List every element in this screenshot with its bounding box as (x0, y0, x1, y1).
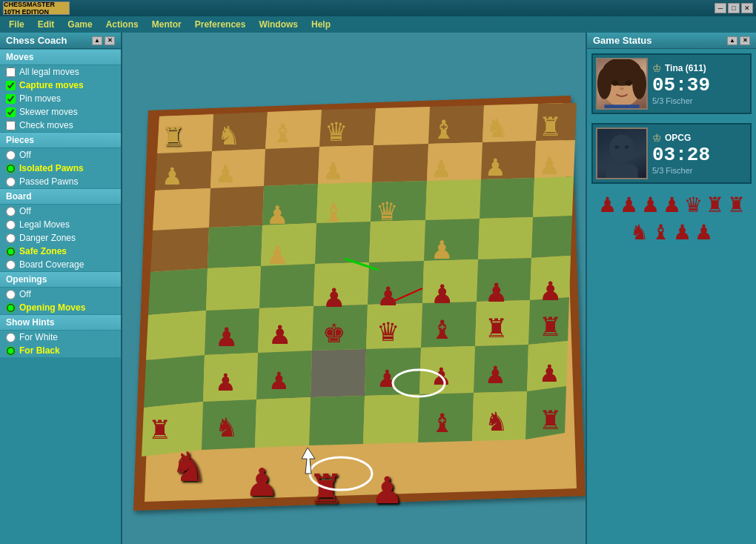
menu-mentor[interactable]: Mentor (146, 18, 188, 31)
label-all-legal: All legal moves (19, 67, 79, 77)
player1-rating: 5/3 Fischer (652, 96, 747, 105)
piece-display-2: ♟ (620, 193, 638, 217)
menu-help[interactable]: Help (305, 18, 336, 31)
radio-passed-pawns[interactable] (6, 177, 16, 187)
label-pin: Pin moves (19, 93, 61, 104)
svg-marker-42 (146, 311, 206, 360)
menu-actions[interactable]: Actions (100, 18, 145, 31)
svg-point-125 (615, 145, 620, 149)
radio-legal-moves[interactable] (6, 220, 16, 230)
svg-text:♟: ♟ (431, 279, 454, 308)
menu-edit[interactable]: Edit (32, 18, 61, 31)
menu-preferences[interactable]: Preferences (189, 18, 252, 31)
svg-point-120 (626, 80, 632, 86)
option-for-black[interactable]: For Black (0, 344, 121, 357)
option-board-off[interactable]: Off (0, 205, 121, 218)
svg-marker-30 (369, 220, 425, 262)
svg-marker-61 (309, 396, 365, 445)
label-openings-off: Off (19, 289, 31, 299)
option-for-white[interactable]: For White (0, 331, 121, 344)
piece-display-4: ♟ (663, 193, 681, 217)
piece-display-6: ♜ (706, 193, 724, 217)
option-skewer-moves[interactable]: Skewer moves (0, 105, 121, 119)
game-status-label: Game Status (593, 35, 651, 46)
player1-timer: 05:39 (652, 76, 747, 95)
option-board-coverage[interactable]: Board Coverage (0, 258, 121, 271)
player1-avatar (596, 58, 648, 110)
radio-danger-zones[interactable] (6, 233, 16, 243)
player2-timer: 03:28 (652, 145, 747, 165)
checkbox-capture[interactable] (6, 81, 16, 90)
svg-point-118 (632, 68, 646, 99)
piece-display-10: ♟ (673, 220, 692, 245)
svg-text:♟: ♟ (431, 236, 453, 264)
chess-board-svg: ♜ ♞ ♝ ♛ ♝ ♞ ♜ ♟ ♟ ♟ ♟ (126, 36, 586, 525)
radio-for-white[interactable] (6, 333, 16, 342)
svg-text:♞: ♞ (485, 407, 508, 436)
captured-pieces: ♟ ♟ ♟ ♟ ♛ ♜ ♜ ♞ ♝ ♟ ♟ (587, 188, 756, 249)
player2-avatar-img (597, 127, 646, 179)
svg-marker-33 (531, 216, 572, 258)
piece-display-8: ♞ (630, 220, 649, 245)
menu-game[interactable]: Game (62, 18, 98, 31)
game-status-title: Game Status ▲ ✕ (587, 33, 756, 49)
option-opening-moves[interactable]: Opening Moves (0, 301, 121, 314)
svg-marker-14 (372, 144, 428, 182)
radio-board-coverage[interactable] (6, 260, 16, 270)
radio-for-black[interactable] (6, 346, 16, 356)
player1-avatar-img (597, 58, 646, 110)
game-status-minimize-btn[interactable]: ▲ (727, 36, 737, 45)
option-all-legal-moves[interactable]: All legal moves (0, 65, 121, 79)
panel-minimize-btn[interactable]: ▲ (92, 36, 102, 45)
player1-card: ♔ Tina (611) 05:39 5/3 Fischer (591, 53, 752, 114)
svg-text:♛: ♛ (377, 317, 399, 346)
svg-marker-6 (374, 107, 430, 145)
player2-name: OPCG (665, 133, 691, 143)
radio-safe-zones[interactable] (6, 247, 16, 256)
checkbox-pin[interactable] (6, 94, 16, 104)
maximize-button[interactable]: □ (728, 3, 740, 13)
radio-opening-moves[interactable] (6, 303, 16, 313)
piece-display-7: ♜ (727, 193, 746, 217)
close-button[interactable]: ✕ (741, 3, 753, 13)
label-for-black: For Black (19, 345, 60, 356)
svg-rect-122 (604, 105, 639, 110)
option-danger-zones[interactable]: Danger Zones (0, 231, 121, 245)
menu-windows[interactable]: Windows (253, 18, 304, 31)
board-area[interactable]: ♜ ♞ ♝ ♛ ♝ ♞ ♜ ♟ ♟ ♟ ♟ (122, 33, 586, 544)
player2-rating: 5/3 Fischer (652, 166, 747, 175)
label-passed-pawns: Passed Pawns (19, 176, 78, 187)
svg-text:♟: ♟ (377, 282, 399, 311)
checkbox-check[interactable] (6, 121, 16, 130)
game-status-close-btn[interactable]: ✕ (740, 36, 750, 45)
svg-marker-32 (478, 217, 533, 259)
option-pieces-off[interactable]: Off (0, 148, 121, 162)
option-isolated-pawns[interactable]: Isolated Pawns (0, 162, 121, 175)
svg-point-126 (625, 145, 629, 149)
option-safe-zones[interactable]: Safe Zones (0, 245, 121, 258)
option-passed-pawns[interactable]: Passed Pawns (0, 175, 121, 188)
radio-openings-off[interactable] (6, 290, 16, 299)
radio-isolated-pawns[interactable] (6, 164, 16, 173)
checkbox-all-legal[interactable] (6, 67, 16, 77)
checkbox-skewer[interactable] (6, 107, 16, 117)
svg-text:♟: ♟ (539, 360, 560, 387)
svg-text:♝: ♝ (431, 408, 454, 437)
option-check-moves[interactable]: Check moves (0, 119, 121, 132)
panel-controls: ▲ ✕ (92, 36, 115, 45)
option-pin-moves[interactable]: Pin moves (0, 92, 121, 105)
svg-text:♟: ♟ (539, 276, 562, 305)
svg-text:♛: ♛ (376, 197, 398, 225)
radio-board-off[interactable] (6, 207, 16, 216)
svg-text:♟: ♟ (485, 154, 506, 181)
option-legal-moves[interactable]: Legal Moves (0, 218, 121, 231)
panel-close-btn[interactable]: ✕ (105, 36, 115, 45)
option-openings-off[interactable]: Off (0, 288, 121, 301)
svg-text:♟: ♟ (266, 201, 288, 229)
label-board-coverage: Board Coverage (19, 259, 84, 270)
option-capture-moves[interactable]: Capture moves (0, 79, 121, 92)
minimize-button[interactable]: ─ (714, 3, 726, 13)
player1-info: ♔ Tina (611) 05:39 5/3 Fischer (652, 62, 747, 105)
radio-pieces-off[interactable] (6, 150, 16, 160)
menu-file[interactable]: File (3, 18, 30, 31)
